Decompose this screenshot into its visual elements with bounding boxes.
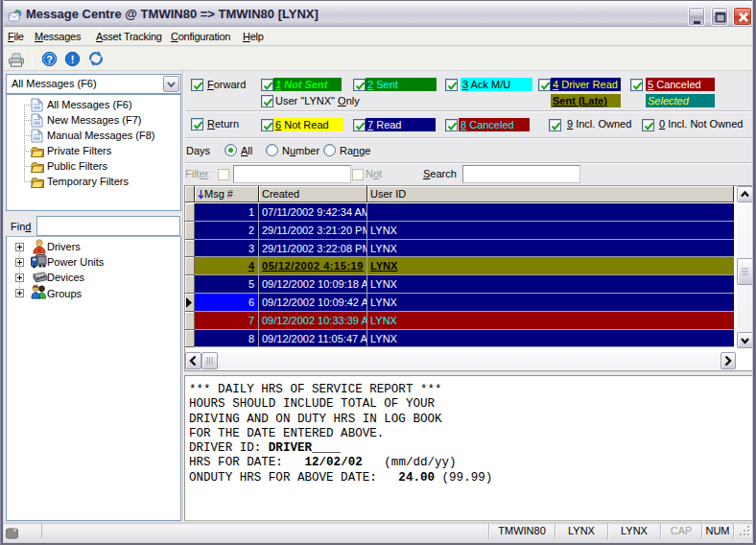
svg-text:?: ? bbox=[46, 54, 53, 65]
svg-text:!: ! bbox=[71, 54, 75, 65]
